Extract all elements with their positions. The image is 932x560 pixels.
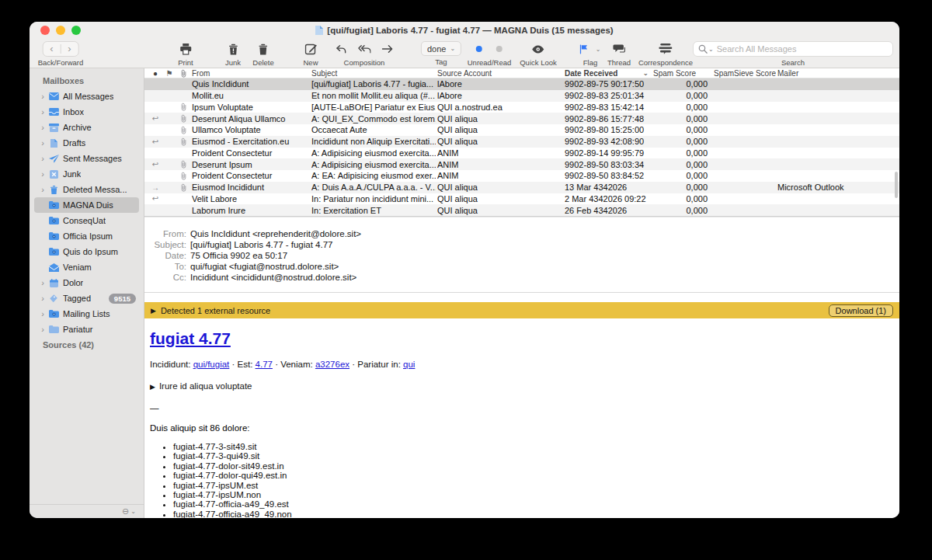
- sidebar-item-officia-ipsum[interactable]: Officia Ipsum: [34, 228, 139, 244]
- table-row[interactable]: Proident Consectetur A: Adipisicing eius…: [144, 148, 899, 159]
- search-field[interactable]: ⌄: [693, 41, 893, 57]
- sieve-column-header[interactable]: SpamSieve Score: [714, 69, 776, 78]
- body-link[interactable]: qui: [403, 360, 415, 369]
- reply-all-icon[interactable]: [358, 44, 371, 54]
- sidebar-item-tagged[interactable]: › Tagged 9515: [34, 290, 139, 306]
- zoom-window-button[interactable]: [71, 26, 81, 35]
- disclosure-chevron-icon[interactable]: ›: [38, 138, 47, 148]
- file-list-item: fugiat-4.77-ipsUM.est: [173, 481, 892, 490]
- table-row[interactable]: Quis IncIdidunt [qui/fugiat] Laboris 4.7…: [144, 78, 899, 90]
- sidebar-item-pariatur[interactable]: › Pariatur: [34, 322, 139, 337]
- forward-button[interactable]: ›: [61, 42, 78, 56]
- sidebar-item-archive[interactable]: › Archive: [34, 120, 139, 135]
- account-column-header[interactable]: Source Account: [437, 69, 563, 78]
- attachment-icon: [177, 126, 190, 134]
- sidebar-item-drafts[interactable]: › Drafts: [34, 135, 139, 151]
- download-button[interactable]: Download (1): [829, 304, 893, 317]
- flag-chevron-icon[interactable]: ⌄: [596, 46, 601, 53]
- flag-column-icon[interactable]: ⚑: [163, 69, 176, 78]
- table-row[interactable]: Laborum Irure In: Exercitation ET QUI al…: [144, 204, 899, 216]
- table-row[interactable]: Mollit.eu Et non mollit Mollit.eu aliqua…: [144, 90, 899, 102]
- disclosure-chevron-icon[interactable]: ›: [38, 169, 47, 179]
- sidebar-item-magna-duis[interactable]: MAGNA Duis: [34, 197, 139, 213]
- row-spam-score: 0,000: [653, 79, 712, 89]
- back-button[interactable]: ‹: [43, 42, 60, 56]
- table-row[interactable]: Ullamco Voluptate Occaecat Aute QUI aliq…: [144, 124, 899, 136]
- subject-column-header[interactable]: Subject: [311, 69, 436, 78]
- list-scrollbar-thumb[interactable]: [895, 172, 898, 198]
- reply-icon[interactable]: [336, 44, 347, 54]
- date-column-header[interactable]: Date Received⌄: [565, 69, 652, 78]
- mark-read-icon[interactable]: [496, 46, 503, 52]
- row-subject: In: Exercitation ET: [311, 206, 436, 215]
- body-link[interactable]: 4.77: [256, 360, 273, 369]
- table-row[interactable]: ↩ Eiusmod - Exercitation.eu Incididunt n…: [144, 136, 899, 148]
- table-row[interactable]: Ipsum Voluptate [AUTE-LaBOrE] Pariatur e…: [144, 102, 899, 113]
- sidebar-item-dolor[interactable]: › Dolor: [34, 275, 139, 290]
- row-subject: [AUTE-LaBOrE] Pariatur ex Eius...: [311, 103, 436, 112]
- mark-unread-icon[interactable]: [476, 46, 482, 52]
- body-link[interactable]: qui/fugiat: [193, 360, 230, 369]
- table-row[interactable]: ↩ Deserunt Ipsum A: Adipisicing eiusmod …: [144, 158, 899, 170]
- sidebar-item-all-messages[interactable]: › All Messages: [34, 89, 139, 104]
- search-scope-chevron-icon[interactable]: ⌄: [708, 46, 714, 53]
- disclosure-chevron-icon[interactable]: ›: [38, 92, 47, 101]
- search-input[interactable]: [717, 44, 888, 54]
- body-disclosure[interactable]: ▶Irure id aliqua voluptate: [150, 381, 892, 391]
- disclosure-chevron-icon[interactable]: ›: [38, 185, 47, 194]
- tag-dropdown[interactable]: done ⌄: [421, 41, 461, 56]
- table-row[interactable]: Proident Consectetur A: EA: Adipisicing …: [144, 170, 899, 182]
- disclosure-chevron-icon[interactable]: ›: [38, 107, 47, 117]
- sidebar-item-label: Inbox: [63, 107, 84, 117]
- disclosure-chevron-icon[interactable]: ›: [38, 309, 47, 318]
- flag-icon[interactable]: [580, 44, 588, 54]
- disclosure-chevron-icon[interactable]: ›: [38, 278, 47, 287]
- chevron-down-icon[interactable]: ⌄: [130, 508, 136, 515]
- mailbox-sidebar: Mailboxes › All Messages › Inbox › Archi…: [30, 68, 144, 518]
- disclosure-triangle-icon[interactable]: ▶: [151, 307, 156, 315]
- minimize-window-button[interactable]: [56, 26, 65, 35]
- sidebar-item-label: Dolor: [63, 278, 83, 287]
- new-message-icon[interactable]: [304, 43, 317, 55]
- sidebar-item-mailing-lists[interactable]: › Mailing Lists: [34, 306, 139, 322]
- row-account: QUI aliqua: [437, 125, 563, 134]
- reply-status-icon: ↩: [149, 114, 162, 123]
- junk-icon[interactable]: [228, 43, 237, 55]
- correspondence-icon[interactable]: [659, 43, 673, 54]
- disclosure-chevron-icon[interactable]: ›: [38, 123, 47, 132]
- thread-icon[interactable]: [613, 44, 625, 54]
- disclosure-chevron-icon[interactable]: ›: [38, 325, 47, 334]
- attachment-column-icon[interactable]: [177, 69, 190, 78]
- sidebar-item-veniam[interactable]: Veniam: [34, 259, 139, 275]
- sidebar-item-junk[interactable]: › Junk: [34, 166, 139, 182]
- disclosure-chevron-icon[interactable]: ›: [38, 154, 47, 163]
- row-spam-score: 0,000: [653, 137, 712, 146]
- mailer-column-header[interactable]: Mailer: [777, 69, 899, 78]
- mail-window: [qui/fugiat] Laboris 4.77 - fugiat 4.77 …: [30, 22, 899, 518]
- smart-folder-icon: [47, 217, 60, 224]
- forward-icon[interactable]: [382, 44, 394, 54]
- spam-column-header[interactable]: Spam Score: [653, 69, 712, 78]
- mailboxes-header: Mailboxes: [30, 75, 144, 89]
- sidebar-item-deleted-messa-[interactable]: › Deleted Messa...: [34, 182, 139, 197]
- from-column-header[interactable]: From: [192, 69, 310, 78]
- sidebar-item-inbox[interactable]: › Inbox: [34, 104, 139, 120]
- table-row[interactable]: → Eiusmod Incididunt A: Duis A.a.A./CULP…: [144, 182, 899, 193]
- delete-icon[interactable]: [259, 43, 268, 55]
- attachment-icon: [177, 114, 190, 123]
- print-icon[interactable]: [179, 43, 192, 55]
- close-window-button[interactable]: [40, 26, 50, 35]
- sidebar-item-label: Sent Messages: [63, 154, 122, 163]
- unread-column-icon[interactable]: ●: [149, 69, 162, 78]
- sidebar-item-consequat[interactable]: ConseqUat: [34, 213, 139, 228]
- filter-icon[interactable]: ⊖: [122, 506, 129, 517]
- quick-look-icon[interactable]: [532, 45, 545, 54]
- sidebar-item-quis-do-ipsum[interactable]: Quis do Ipsum: [34, 244, 139, 259]
- disclosure-chevron-icon[interactable]: ›: [38, 294, 47, 303]
- to-value: qui/fugiat <fugiat@nostrud.dolore.sit>: [190, 261, 339, 272]
- table-row[interactable]: ↩ Deserunt Aliqua Ullamco A: QUI_EX_Comm…: [144, 113, 899, 124]
- message-heading-link[interactable]: fugiat 4.77: [150, 329, 231, 348]
- table-row[interactable]: ↩ Velit Labore In: Pariatur non incididu…: [144, 193, 899, 205]
- sidebar-item-sent-messages[interactable]: › Sent Messages: [34, 151, 139, 166]
- body-link[interactable]: a3276ex: [315, 360, 350, 369]
